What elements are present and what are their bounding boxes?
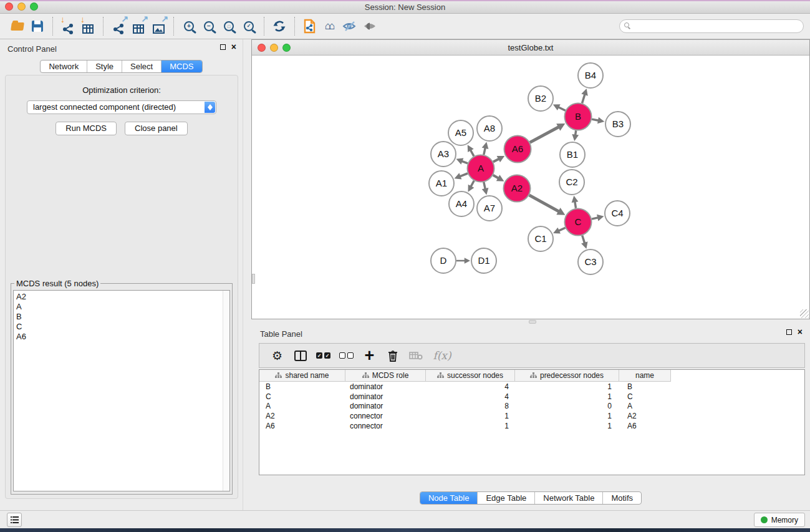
- cell-mcds-role[interactable]: dominator: [345, 392, 426, 401]
- memory-button[interactable]: Memory: [754, 513, 805, 527]
- cell-predecessor-nodes[interactable]: 1: [515, 422, 619, 430]
- cell-mcds-role[interactable]: dominator: [345, 402, 426, 410]
- show-tasks-button[interactable]: [7, 513, 22, 527]
- cell-successor-nodes[interactable]: 1: [426, 422, 515, 430]
- cell-mcds-role[interactable]: dominator: [345, 382, 426, 391]
- deselect-all-columns-button[interactable]: [335, 345, 358, 366]
- table-options-button[interactable]: ⚙: [266, 345, 289, 366]
- network-canvas[interactable]: B4B2BB3A5A8A6A3AB1A1A2C2A4A7C4CC1C3DD1: [252, 56, 809, 319]
- refresh-network-button[interactable]: [269, 16, 289, 37]
- table-row[interactable]: B dominator 4 1 B: [259, 382, 804, 392]
- graph-edge-C-C3[interactable]: [582, 235, 585, 243]
- graph-edge-A-A1[interactable]: [460, 173, 467, 177]
- cell-successor-nodes[interactable]: 1: [426, 412, 515, 420]
- zoom-fit-button[interactable]: □: [219, 16, 239, 37]
- cell-predecessor-nodes[interactable]: 1: [515, 392, 619, 401]
- tab-node-table[interactable]: Node Table: [420, 492, 478, 504]
- cell-shared-name[interactable]: A2: [259, 412, 345, 420]
- tab-style[interactable]: Style: [87, 60, 122, 72]
- graph-edge-A-A7[interactable]: [484, 182, 485, 189]
- close-panel-icon[interactable]: ×: [798, 329, 803, 335]
- result-item[interactable]: C: [16, 322, 229, 332]
- home-views-button[interactable]: ⌂⌂: [320, 16, 340, 37]
- resize-grip-icon[interactable]: [800, 309, 809, 318]
- table-row[interactable]: C dominator 4 1 C: [259, 392, 804, 402]
- close-panel-button[interactable]: Close panel: [125, 122, 188, 135]
- graph-edge-C-C2[interactable]: [575, 201, 576, 208]
- table-row[interactable]: A2 connector 1 1 A2: [259, 411, 804, 421]
- horizontal-splitter[interactable]: [251, 319, 810, 324]
- tab-network[interactable]: Network: [41, 60, 87, 72]
- column-header-shared-name[interactable]: shared name: [259, 370, 345, 382]
- delete-columns-button[interactable]: [381, 345, 404, 366]
- export-table-button[interactable]: ↗: [128, 16, 148, 37]
- column-header-name[interactable]: name: [619, 370, 671, 382]
- create-column-button[interactable]: +: [358, 345, 381, 366]
- graph-edge-A6-B[interactable]: [530, 127, 559, 143]
- graph-edge-B-B2[interactable]: [558, 107, 565, 110]
- delete-table-button[interactable]: [404, 345, 427, 366]
- scrollbar-track[interactable]: [223, 291, 229, 491]
- graph-edge-A-A3[interactable]: [461, 161, 468, 163]
- zoom-in-button[interactable]: +: [179, 16, 199, 37]
- zoom-selected-button[interactable]: ✓: [239, 16, 259, 37]
- column-header-successor-nodes[interactable]: successor nodes: [426, 370, 515, 382]
- tab-motifs[interactable]: Motifs: [602, 492, 641, 504]
- graph-edge-C-C1[interactable]: [559, 228, 566, 231]
- cell-name[interactable]: A: [619, 402, 671, 410]
- graph-edge-B-B4[interactable]: [582, 94, 585, 103]
- export-image-button[interactable]: ↗: [148, 16, 168, 37]
- cell-mcds-role[interactable]: connector: [345, 412, 426, 420]
- float-panel-icon[interactable]: [786, 329, 792, 335]
- function-builder-button[interactable]: f(x): [427, 345, 457, 366]
- mcds-result-list[interactable]: A2 A B C A6: [13, 290, 230, 491]
- cell-name[interactable]: C: [619, 392, 671, 401]
- table-row[interactable]: A dominator 8 0 A: [259, 401, 804, 411]
- cell-successor-nodes[interactable]: 4: [426, 382, 515, 391]
- tab-network-table[interactable]: Network Table: [534, 492, 602, 504]
- show-columns-button[interactable]: [289, 345, 312, 366]
- export-network-button[interactable]: ↗: [108, 16, 128, 37]
- result-item[interactable]: A: [16, 302, 229, 312]
- column-header-mcds-role[interactable]: MCDS role: [345, 370, 426, 382]
- cell-predecessor-nodes[interactable]: 1: [515, 412, 619, 420]
- graph-edge-A-A4[interactable]: [471, 181, 474, 187]
- table-row[interactable]: A6 connector 1 1 A6: [259, 421, 804, 431]
- close-panel-icon[interactable]: ×: [231, 44, 236, 50]
- result-item[interactable]: B: [16, 312, 229, 322]
- open-session-button[interactable]: [7, 16, 27, 37]
- column-header-predecessor-nodes[interactable]: predecessor nodes: [515, 370, 619, 382]
- cell-shared-name[interactable]: C: [259, 392, 345, 401]
- graph-edge-A-A2[interactable]: [493, 175, 499, 178]
- cell-shared-name[interactable]: B: [259, 382, 345, 391]
- cell-successor-nodes[interactable]: 8: [426, 402, 515, 410]
- float-panel-icon[interactable]: [220, 44, 226, 50]
- result-item[interactable]: A6: [16, 332, 229, 342]
- graph-edge-A2-C[interactable]: [529, 195, 559, 211]
- run-mcds-button[interactable]: Run MCDS: [55, 122, 117, 135]
- cell-shared-name[interactable]: A: [259, 402, 345, 410]
- graph-edge-B-B1[interactable]: [576, 130, 576, 135]
- result-item[interactable]: A2: [16, 292, 229, 302]
- cell-name[interactable]: A2: [619, 412, 671, 420]
- network-from-file-button[interactable]: [300, 16, 320, 37]
- cell-shared-name[interactable]: A6: [259, 422, 345, 430]
- splitter-grip[interactable]: [252, 274, 255, 284]
- cell-name[interactable]: A6: [619, 422, 671, 430]
- import-network-button[interactable]: ↓: [58, 16, 78, 37]
- splitter-grip[interactable]: [529, 320, 536, 324]
- tab-edge-table[interactable]: Edge Table: [477, 492, 534, 504]
- import-table-button[interactable]: ↓: [78, 16, 98, 37]
- cell-predecessor-nodes[interactable]: 0: [515, 402, 619, 410]
- graph-edge-C-C4[interactable]: [592, 218, 598, 219]
- hide-details-button[interactable]: [340, 16, 360, 37]
- show-details-button[interactable]: [360, 16, 380, 37]
- zoom-out-button[interactable]: −: [199, 16, 219, 37]
- cell-mcds-role[interactable]: connector: [345, 422, 426, 430]
- cell-predecessor-nodes[interactable]: 1: [515, 382, 619, 391]
- graph-edge-A-A6[interactable]: [493, 159, 499, 162]
- cell-name[interactable]: B: [619, 382, 671, 391]
- optimization-criterion-select[interactable]: largest connected component (directed): [27, 100, 216, 114]
- search-input[interactable]: [619, 19, 804, 33]
- tab-mcds[interactable]: MCDS: [161, 60, 201, 72]
